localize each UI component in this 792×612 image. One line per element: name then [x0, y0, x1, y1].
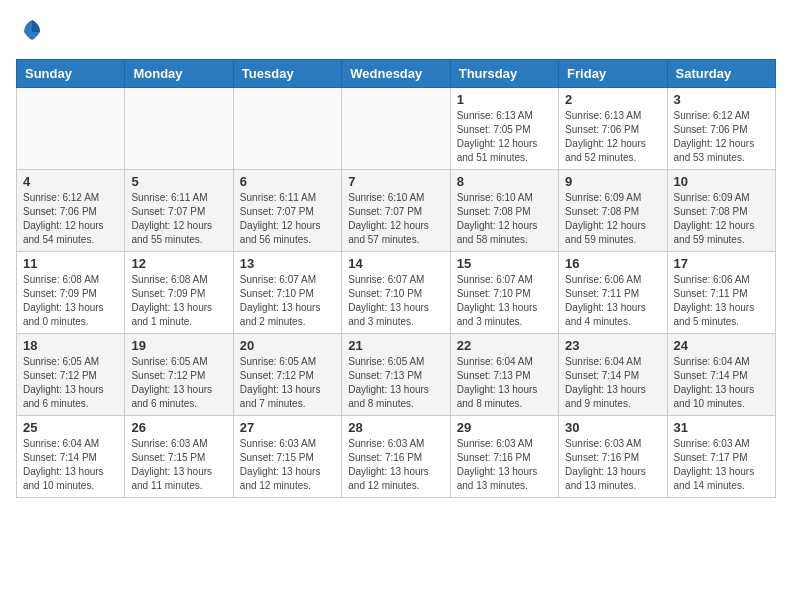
calendar-day-cell: 31Sunrise: 6:03 AM Sunset: 7:17 PM Dayli… [667, 416, 775, 498]
calendar-day-cell: 21Sunrise: 6:05 AM Sunset: 7:13 PM Dayli… [342, 334, 450, 416]
day-info: Sunrise: 6:10 AM Sunset: 7:08 PM Dayligh… [457, 191, 552, 247]
day-header-wednesday: Wednesday [342, 60, 450, 88]
day-info: Sunrise: 6:03 AM Sunset: 7:15 PM Dayligh… [131, 437, 226, 493]
day-header-sunday: Sunday [17, 60, 125, 88]
day-number: 26 [131, 420, 226, 435]
day-info: Sunrise: 6:03 AM Sunset: 7:15 PM Dayligh… [240, 437, 335, 493]
page-header [16, 16, 776, 49]
day-number: 15 [457, 256, 552, 271]
day-info: Sunrise: 6:07 AM Sunset: 7:10 PM Dayligh… [457, 273, 552, 329]
calendar-week-row: 1Sunrise: 6:13 AM Sunset: 7:05 PM Daylig… [17, 88, 776, 170]
day-number: 27 [240, 420, 335, 435]
day-info: Sunrise: 6:07 AM Sunset: 7:10 PM Dayligh… [240, 273, 335, 329]
calendar-day-cell: 3Sunrise: 6:12 AM Sunset: 7:06 PM Daylig… [667, 88, 775, 170]
day-info: Sunrise: 6:09 AM Sunset: 7:08 PM Dayligh… [565, 191, 660, 247]
calendar-day-cell: 17Sunrise: 6:06 AM Sunset: 7:11 PM Dayli… [667, 252, 775, 334]
calendar-day-cell: 5Sunrise: 6:11 AM Sunset: 7:07 PM Daylig… [125, 170, 233, 252]
day-number: 5 [131, 174, 226, 189]
day-info: Sunrise: 6:12 AM Sunset: 7:06 PM Dayligh… [674, 109, 769, 165]
day-number: 11 [23, 256, 118, 271]
calendar-day-cell: 16Sunrise: 6:06 AM Sunset: 7:11 PM Dayli… [559, 252, 667, 334]
day-number: 16 [565, 256, 660, 271]
day-info: Sunrise: 6:08 AM Sunset: 7:09 PM Dayligh… [23, 273, 118, 329]
calendar-day-cell: 2Sunrise: 6:13 AM Sunset: 7:06 PM Daylig… [559, 88, 667, 170]
day-info: Sunrise: 6:04 AM Sunset: 7:13 PM Dayligh… [457, 355, 552, 411]
day-info: Sunrise: 6:09 AM Sunset: 7:08 PM Dayligh… [674, 191, 769, 247]
calendar-day-cell: 22Sunrise: 6:04 AM Sunset: 7:13 PM Dayli… [450, 334, 558, 416]
day-info: Sunrise: 6:07 AM Sunset: 7:10 PM Dayligh… [348, 273, 443, 329]
day-info: Sunrise: 6:04 AM Sunset: 7:14 PM Dayligh… [565, 355, 660, 411]
day-info: Sunrise: 6:10 AM Sunset: 7:07 PM Dayligh… [348, 191, 443, 247]
day-number: 6 [240, 174, 335, 189]
logo-icon [18, 16, 46, 44]
day-number: 30 [565, 420, 660, 435]
day-info: Sunrise: 6:06 AM Sunset: 7:11 PM Dayligh… [674, 273, 769, 329]
day-info: Sunrise: 6:03 AM Sunset: 7:16 PM Dayligh… [457, 437, 552, 493]
day-info: Sunrise: 6:03 AM Sunset: 7:16 PM Dayligh… [565, 437, 660, 493]
calendar-day-cell: 7Sunrise: 6:10 AM Sunset: 7:07 PM Daylig… [342, 170, 450, 252]
day-info: Sunrise: 6:13 AM Sunset: 7:06 PM Dayligh… [565, 109, 660, 165]
calendar-day-cell: 28Sunrise: 6:03 AM Sunset: 7:16 PM Dayli… [342, 416, 450, 498]
calendar-day-cell: 24Sunrise: 6:04 AM Sunset: 7:14 PM Dayli… [667, 334, 775, 416]
calendar-week-row: 25Sunrise: 6:04 AM Sunset: 7:14 PM Dayli… [17, 416, 776, 498]
calendar-day-cell: 18Sunrise: 6:05 AM Sunset: 7:12 PM Dayli… [17, 334, 125, 416]
day-number: 7 [348, 174, 443, 189]
day-header-monday: Monday [125, 60, 233, 88]
day-info: Sunrise: 6:03 AM Sunset: 7:16 PM Dayligh… [348, 437, 443, 493]
day-number: 2 [565, 92, 660, 107]
calendar-day-cell: 27Sunrise: 6:03 AM Sunset: 7:15 PM Dayli… [233, 416, 341, 498]
day-number: 18 [23, 338, 118, 353]
calendar-day-cell: 9Sunrise: 6:09 AM Sunset: 7:08 PM Daylig… [559, 170, 667, 252]
calendar-day-cell: 4Sunrise: 6:12 AM Sunset: 7:06 PM Daylig… [17, 170, 125, 252]
calendar-day-cell: 25Sunrise: 6:04 AM Sunset: 7:14 PM Dayli… [17, 416, 125, 498]
calendar-day-cell: 26Sunrise: 6:03 AM Sunset: 7:15 PM Dayli… [125, 416, 233, 498]
day-info: Sunrise: 6:12 AM Sunset: 7:06 PM Dayligh… [23, 191, 118, 247]
day-number: 1 [457, 92, 552, 107]
day-number: 13 [240, 256, 335, 271]
day-number: 12 [131, 256, 226, 271]
day-number: 17 [674, 256, 769, 271]
calendar-day-cell: 12Sunrise: 6:08 AM Sunset: 7:09 PM Dayli… [125, 252, 233, 334]
day-header-saturday: Saturday [667, 60, 775, 88]
day-number: 10 [674, 174, 769, 189]
day-number: 24 [674, 338, 769, 353]
day-number: 25 [23, 420, 118, 435]
day-info: Sunrise: 6:04 AM Sunset: 7:14 PM Dayligh… [674, 355, 769, 411]
calendar-day-cell: 23Sunrise: 6:04 AM Sunset: 7:14 PM Dayli… [559, 334, 667, 416]
day-info: Sunrise: 6:11 AM Sunset: 7:07 PM Dayligh… [240, 191, 335, 247]
day-number: 28 [348, 420, 443, 435]
day-info: Sunrise: 6:05 AM Sunset: 7:12 PM Dayligh… [131, 355, 226, 411]
day-info: Sunrise: 6:06 AM Sunset: 7:11 PM Dayligh… [565, 273, 660, 329]
day-number: 20 [240, 338, 335, 353]
day-number: 9 [565, 174, 660, 189]
calendar-header-row: SundayMondayTuesdayWednesdayThursdayFrid… [17, 60, 776, 88]
day-number: 21 [348, 338, 443, 353]
calendar-week-row: 11Sunrise: 6:08 AM Sunset: 7:09 PM Dayli… [17, 252, 776, 334]
day-number: 4 [23, 174, 118, 189]
day-number: 14 [348, 256, 443, 271]
calendar-day-cell: 29Sunrise: 6:03 AM Sunset: 7:16 PM Dayli… [450, 416, 558, 498]
day-info: Sunrise: 6:05 AM Sunset: 7:12 PM Dayligh… [240, 355, 335, 411]
calendar-day-cell [125, 88, 233, 170]
day-info: Sunrise: 6:04 AM Sunset: 7:14 PM Dayligh… [23, 437, 118, 493]
day-header-friday: Friday [559, 60, 667, 88]
calendar-day-cell: 8Sunrise: 6:10 AM Sunset: 7:08 PM Daylig… [450, 170, 558, 252]
calendar-day-cell: 30Sunrise: 6:03 AM Sunset: 7:16 PM Dayli… [559, 416, 667, 498]
day-info: Sunrise: 6:08 AM Sunset: 7:09 PM Dayligh… [131, 273, 226, 329]
calendar-day-cell: 15Sunrise: 6:07 AM Sunset: 7:10 PM Dayli… [450, 252, 558, 334]
calendar-week-row: 18Sunrise: 6:05 AM Sunset: 7:12 PM Dayli… [17, 334, 776, 416]
day-number: 8 [457, 174, 552, 189]
day-number: 23 [565, 338, 660, 353]
day-number: 31 [674, 420, 769, 435]
day-info: Sunrise: 6:13 AM Sunset: 7:05 PM Dayligh… [457, 109, 552, 165]
calendar-table: SundayMondayTuesdayWednesdayThursdayFrid… [16, 59, 776, 498]
day-info: Sunrise: 6:05 AM Sunset: 7:12 PM Dayligh… [23, 355, 118, 411]
calendar-day-cell [17, 88, 125, 170]
calendar-day-cell: 11Sunrise: 6:08 AM Sunset: 7:09 PM Dayli… [17, 252, 125, 334]
day-header-tuesday: Tuesday [233, 60, 341, 88]
day-number: 22 [457, 338, 552, 353]
calendar-day-cell: 1Sunrise: 6:13 AM Sunset: 7:05 PM Daylig… [450, 88, 558, 170]
calendar-day-cell: 10Sunrise: 6:09 AM Sunset: 7:08 PM Dayli… [667, 170, 775, 252]
calendar-day-cell: 13Sunrise: 6:07 AM Sunset: 7:10 PM Dayli… [233, 252, 341, 334]
calendar-day-cell [233, 88, 341, 170]
